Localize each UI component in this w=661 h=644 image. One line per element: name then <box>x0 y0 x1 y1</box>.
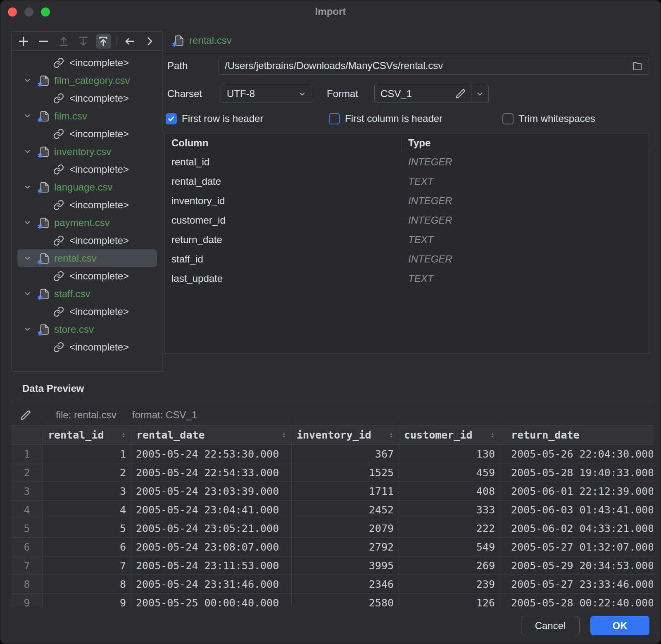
preview-column-header[interactable]: rental_id <box>43 426 131 444</box>
chevron-down-icon[interactable] <box>22 111 32 121</box>
data-cell[interactable]: 2079 <box>292 519 399 537</box>
scroll-to-item-icon[interactable] <box>96 34 111 49</box>
schema-row[interactable]: return_dateTEXT <box>165 230 649 249</box>
data-cell[interactable]: 549 <box>399 538 500 556</box>
chevron-down-icon[interactable] <box>22 182 32 192</box>
sort-icon[interactable] <box>120 432 127 439</box>
data-cell[interactable]: 2346 <box>292 575 399 593</box>
edit-icon[interactable] <box>20 410 31 421</box>
back-icon[interactable] <box>122 34 137 49</box>
sort-icon[interactable] <box>388 432 395 439</box>
preview-row[interactable]: 112005-05-24 22:53:30.0003671302005-05-2… <box>11 445 653 463</box>
preview-column-header[interactable]: rental_date <box>131 426 292 444</box>
data-cell[interactable]: 367 <box>292 445 399 463</box>
ok-button[interactable]: OK <box>590 616 649 635</box>
tree-item-incomplete[interactable]: <incomplete> <box>17 231 157 249</box>
data-cell[interactable]: 2580 <box>292 594 399 607</box>
tree-item-file[interactable]: ✱rental.csv <box>17 249 157 267</box>
data-cell[interactable]: 2005-06-03 01:43:41.000 <box>500 501 653 519</box>
tree-item-incomplete[interactable]: <incomplete> <box>17 160 157 178</box>
data-cell[interactable]: 1525 <box>292 463 399 482</box>
trim-whitespaces-checkbox[interactable]: Trim whitespaces <box>502 113 595 124</box>
tree-item-incomplete[interactable]: <incomplete> <box>17 196 157 214</box>
tree-item-incomplete[interactable]: <incomplete> <box>17 267 157 285</box>
data-cell[interactable]: 333 <box>399 501 500 519</box>
data-cell[interactable]: 2005-05-24 23:05:21.000 <box>131 519 292 537</box>
chevron-down-icon[interactable] <box>22 324 32 334</box>
tree-item-file[interactable]: ✱staff.csv <box>17 285 157 303</box>
data-cell[interactable]: 3 <box>43 482 131 500</box>
data-cell[interactable]: 4 <box>43 501 131 519</box>
schema-row[interactable]: rental_dateTEXT <box>165 172 649 191</box>
edit-format-icon[interactable] <box>455 88 466 99</box>
first-row-header-checkbox[interactable]: First row is header <box>166 113 263 124</box>
schema-column-type[interactable]: INTEGER <box>402 215 452 226</box>
tree-item-file[interactable]: ✱inventory.csv <box>17 143 157 160</box>
sort-icon[interactable] <box>281 432 287 439</box>
data-cell[interactable]: 222 <box>399 519 500 537</box>
path-input[interactable]: /Users/jetbrains/Downloads/ManyCSVs/rent… <box>219 57 649 75</box>
folder-icon[interactable] <box>632 60 643 72</box>
tree-item-incomplete[interactable]: <incomplete> <box>17 338 157 356</box>
preview-row[interactable]: 882005-05-24 23:31:46.00023462392005-05-… <box>11 575 653 594</box>
data-cell[interactable]: 2005-05-25 00:00:40.000 <box>131 594 292 607</box>
preview-column-header[interactable]: customer_id <box>399 426 500 444</box>
checkbox-icon[interactable] <box>166 113 177 124</box>
schema-row[interactable]: customer_idINTEGER <box>165 210 649 230</box>
chevron-down-icon[interactable] <box>22 289 32 298</box>
schema-row[interactable]: inventory_idINTEGER <box>165 191 649 210</box>
data-cell[interactable]: 5 <box>43 519 131 537</box>
preview-row[interactable]: 222005-05-24 22:54:33.00015254592005-05-… <box>11 463 653 482</box>
tree-item-incomplete[interactable]: <incomplete> <box>17 54 157 72</box>
preview-row[interactable]: 772005-05-24 23:11:53.00039952692005-05-… <box>11 556 653 575</box>
data-cell[interactable]: 126 <box>399 594 500 607</box>
charset-select[interactable]: UTF-8 <box>221 85 312 103</box>
chevron-down-icon[interactable] <box>22 147 32 156</box>
preview-row[interactable]: 442005-05-24 23:04:41.00024523332005-06-… <box>11 501 653 519</box>
tree-item-incomplete[interactable]: <incomplete> <box>17 303 157 320</box>
data-cell[interactable]: 2005-05-27 01:32:07.000 <box>500 538 653 556</box>
data-cell[interactable]: 2005-05-28 00:22:40.000 <box>500 594 653 607</box>
schema-row[interactable]: last_updateTEXT <box>165 269 649 288</box>
tree-item-file[interactable]: ✱store.csv <box>17 320 157 338</box>
schema-column-type[interactable]: INTEGER <box>402 253 452 265</box>
data-cell[interactable]: 2005-06-01 22:12:39.000 <box>500 482 653 500</box>
preview-column-header[interactable]: return_date <box>500 426 653 444</box>
format-select[interactable]: CSV_1 <box>374 85 489 103</box>
schema-column-type[interactable]: TEXT <box>402 273 433 284</box>
schema-row[interactable]: rental_idINTEGER <box>165 152 649 172</box>
chevron-down-icon[interactable] <box>22 76 32 85</box>
data-cell[interactable]: 2005-05-26 22:04:30.000 <box>500 445 653 463</box>
cancel-button[interactable]: Cancel <box>521 616 580 635</box>
first-column-header-checkbox[interactable]: First column is header <box>329 113 442 124</box>
add-icon[interactable] <box>16 34 31 49</box>
data-cell[interactable]: 1 <box>43 445 131 463</box>
data-cell[interactable]: 2005-06-02 04:33:21.000 <box>500 519 653 537</box>
data-cell[interactable]: 2005-05-24 23:03:39.000 <box>131 482 292 500</box>
tree-item-file[interactable]: ✱film.csv <box>17 107 157 125</box>
data-cell[interactable]: 408 <box>399 482 500 500</box>
data-cell[interactable]: 2005-05-27 23:33:46.000 <box>500 575 653 593</box>
schema-column-type[interactable]: TEXT <box>402 234 433 246</box>
data-cell[interactable]: 8 <box>43 575 131 593</box>
checkbox-icon[interactable] <box>502 113 514 124</box>
data-cell[interactable]: 2005-05-24 22:54:33.000 <box>131 463 292 482</box>
preview-column-header[interactable]: inventory_id <box>292 426 399 444</box>
data-cell[interactable]: 2005-05-28 19:40:33.000 <box>500 463 653 482</box>
data-cell[interactable]: 3995 <box>292 556 399 575</box>
chevron-down-icon[interactable] <box>22 218 32 227</box>
preview-row[interactable]: 662005-05-24 23:08:07.00027925492005-05-… <box>11 538 653 556</box>
data-cell[interactable]: 2005-05-24 22:53:30.000 <box>131 445 292 463</box>
data-cell[interactable]: 2005-05-24 23:04:41.000 <box>131 501 292 519</box>
remove-icon[interactable] <box>36 34 51 49</box>
data-cell[interactable]: 269 <box>399 556 500 575</box>
data-cell[interactable]: 130 <box>399 445 500 463</box>
data-cell[interactable]: 2 <box>43 463 131 482</box>
data-cell[interactable]: 2005-05-24 23:31:46.000 <box>131 575 292 593</box>
sort-icon[interactable] <box>489 432 496 439</box>
format-dropdown-button[interactable] <box>471 85 488 103</box>
tree-item-file[interactable]: ✱language.csv <box>17 178 157 196</box>
chevron-down-icon[interactable] <box>22 253 32 263</box>
schema-column-type[interactable]: INTEGER <box>402 156 452 168</box>
preview-row[interactable]: 552005-05-24 23:05:21.00020792222005-06-… <box>11 519 653 538</box>
